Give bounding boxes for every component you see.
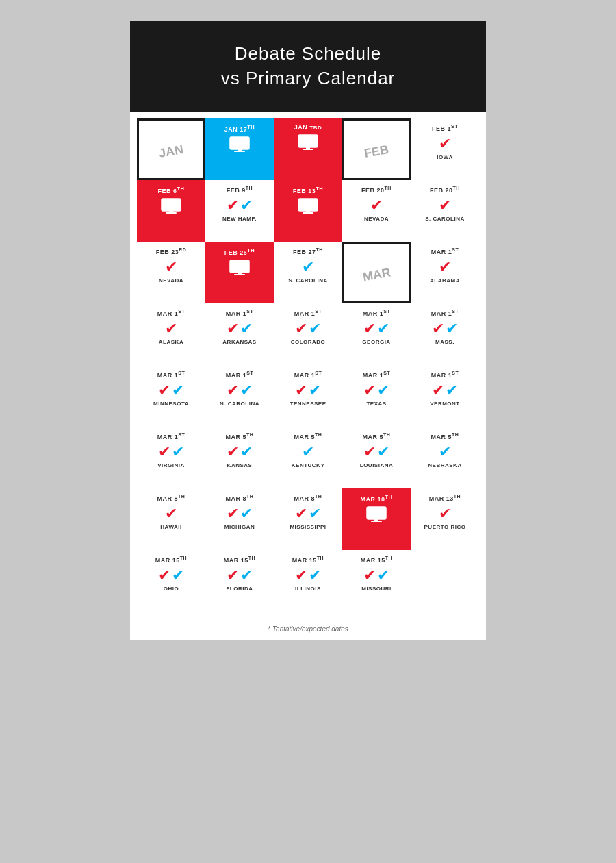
red-checkmark: ✔ (227, 568, 239, 583)
state-name: FLORIDA (226, 586, 253, 592)
svg-rect-18 (238, 273, 242, 275)
state-name: ALABAMA (430, 277, 460, 284)
primary-date-label: MAR 1ST (226, 371, 253, 379)
checkmarks: ✔✔ (363, 568, 389, 583)
blue-checkmark: ✔ (240, 568, 253, 583)
state-name: N. CAROLINA (220, 401, 259, 407)
blue-checkmark: ✔ (302, 260, 314, 275)
primary-date-label: MAR 5TH (226, 432, 254, 440)
checkmarks: ✔✔ (227, 321, 253, 336)
blue-checkmark: ✔ (172, 445, 184, 460)
checkmarks: ✔✔ (158, 568, 184, 583)
primary-date-label: MAR 1ST (157, 432, 185, 440)
state-name: MICHIGAN (224, 524, 255, 530)
state-name: ALASKA (159, 339, 183, 345)
tv-icon (160, 196, 182, 218)
checkmarks: ✔✔ (432, 383, 458, 398)
red-checkmark: ✔ (295, 568, 307, 583)
state-name: GEORGIA (362, 339, 390, 345)
grid-cell: MAR 1ST✔✔TENNESSEE (274, 365, 342, 427)
grid-cell: FEB (342, 118, 411, 180)
red-checkmark: ✔ (363, 568, 376, 583)
red-checkmark: ✔ (432, 383, 444, 398)
primary-date-label: FEB 1ST (432, 124, 458, 132)
grid-cell: MAR 8TH✔✔MISSISSIPPI (274, 488, 342, 550)
grid-cell: MAR 8TH✔HAWAII (137, 488, 205, 550)
red-checkmark: ✔ (158, 568, 170, 583)
grid-cell: FEB 9TH✔✔NEW HAMP. (205, 180, 274, 242)
grid-cell: MAR 5TH✔✔LOUISIANA (342, 427, 411, 488)
red-checkmark: ✔ (165, 321, 177, 336)
month-label: JAN (157, 142, 184, 161)
grid-cell: MAR 15TH✔✔ILLINOIS (274, 550, 342, 612)
state-name: IOWA (437, 154, 452, 160)
checkmarks: ✔✔ (227, 383, 253, 398)
grid-cell: FEB 26TH (205, 242, 274, 303)
grid-cell: FEB 23RD✔NEVADA (137, 242, 205, 303)
state-name: TEXAS (366, 401, 386, 407)
blue-checkmark: ✔ (309, 506, 321, 521)
state-name: S. CAROLINA (288, 277, 328, 284)
primary-date-label: MAR 5TH (363, 432, 391, 440)
blue-checkmark: ✔ (240, 383, 253, 398)
red-checkmark: ✔ (158, 445, 170, 460)
blue-checkmark: ✔ (446, 321, 458, 336)
checkmarks: ✔ (302, 260, 314, 275)
debate-date-label: JAN TBD (294, 124, 322, 131)
blue-checkmark: ✔ (439, 445, 451, 460)
red-checkmark: ✔ (227, 321, 239, 336)
primary-date-label: MAR 8TH (294, 494, 322, 502)
grid-cell: FEB 1ST✔IOWA (411, 118, 479, 180)
red-checkmark: ✔ (439, 260, 451, 275)
grid-cell: MAR 5TH✔NEBRASKA (411, 427, 479, 488)
blue-checkmark: ✔ (446, 383, 458, 398)
checkmarks: ✔✔ (295, 568, 321, 583)
blue-checkmark: ✔ (240, 321, 253, 336)
red-checkmark: ✔ (370, 198, 383, 213)
debate-date-label: FEB 26TH (224, 247, 255, 256)
footnote: * Tentative/expected dates (130, 618, 486, 640)
state-name: NEBRASKA (428, 462, 461, 468)
grid-cell: MAR 1ST✔ALABAMA (411, 242, 479, 303)
primary-date-label: MAR 1ST (157, 309, 185, 317)
red-checkmark: ✔ (363, 383, 376, 398)
red-checkmark: ✔ (227, 383, 239, 398)
primary-date-label: MAR 15TH (361, 555, 392, 564)
svg-rect-19 (231, 262, 248, 271)
grid-cell: MAR 1ST✔✔ARKANSAS (205, 303, 274, 365)
checkmarks: ✔ (439, 506, 451, 521)
red-checkmark: ✔ (439, 506, 451, 521)
primary-date-label: MAR 1ST (294, 309, 322, 317)
grid-cell: JAN 17TH (205, 118, 274, 180)
grid-cell: MAR 15TH✔✔FLORIDA (205, 550, 274, 612)
svg-rect-23 (368, 508, 385, 518)
primary-date-label: MAR 15TH (292, 555, 324, 564)
svg-rect-10 (169, 211, 173, 213)
checkmarks: ✔✔ (227, 506, 253, 521)
primary-date-label: MAR 1ST (431, 371, 459, 379)
checkmarks: ✔ (302, 445, 314, 460)
grid-cell: MAR 5TH✔✔KANSAS (205, 427, 274, 488)
primary-date-label: MAR 1ST (157, 371, 185, 379)
tv-icon (229, 134, 251, 156)
state-name: S. CAROLINA (425, 216, 465, 222)
checkmarks: ✔✔ (158, 445, 184, 460)
state-name: MINNESOTA (153, 401, 189, 407)
red-checkmark: ✔ (295, 321, 307, 336)
checkmarks: ✔ (165, 506, 177, 521)
red-checkmark: ✔ (439, 136, 451, 151)
state-name: VERMONT (430, 401, 460, 407)
blue-checkmark: ✔ (302, 445, 314, 460)
checkmarks: ✔✔ (363, 445, 389, 460)
primary-date-label: MAR 8TH (157, 494, 185, 502)
red-checkmark: ✔ (227, 506, 239, 521)
grid-cell: MAR 5TH✔KENTUCKY (274, 427, 342, 488)
red-checkmark: ✔ (295, 383, 307, 398)
grid-cell: JAN (137, 118, 205, 180)
tv-icon (365, 504, 387, 526)
red-checkmark: ✔ (165, 260, 177, 275)
svg-rect-15 (300, 200, 316, 210)
month-label: MAR (361, 266, 392, 285)
blue-checkmark: ✔ (309, 568, 321, 583)
month-label: FEB (363, 142, 389, 161)
